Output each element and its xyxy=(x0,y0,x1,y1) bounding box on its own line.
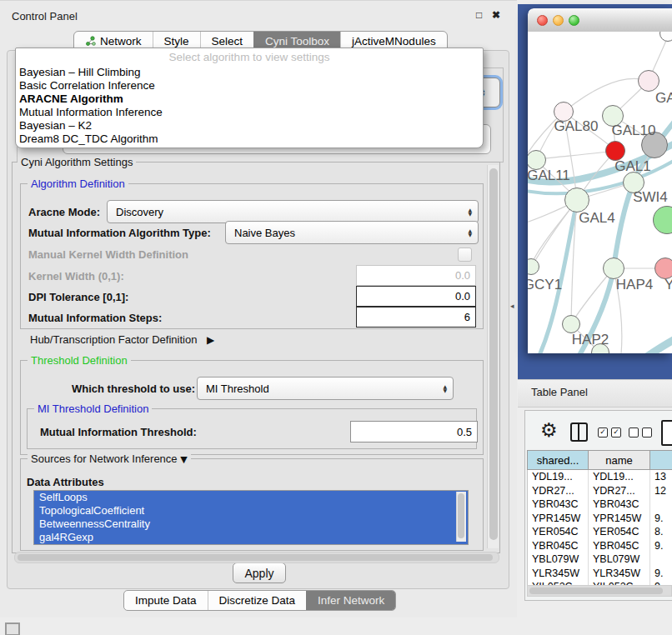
mi-threshold-label: Mutual Information Threshold: xyxy=(40,426,197,438)
restore-window-icon[interactable]: □ xyxy=(476,9,482,21)
new-table-icon[interactable] xyxy=(661,420,672,446)
network-node-hap2[interactable] xyxy=(562,315,580,333)
close-traffic-light-icon[interactable] xyxy=(537,15,548,26)
mi-algorithm-type-select[interactable]: Naive Bayes ▲▼ xyxy=(225,221,479,244)
tab-discretize-data-label: Discretize Data xyxy=(219,594,296,607)
collapse-arrow-icon[interactable]: ▼ xyxy=(180,454,187,465)
mi-threshold-value: 0.5 xyxy=(457,426,472,438)
tab-infer-network[interactable]: Infer Network xyxy=(306,591,395,610)
mi-steps-field[interactable]: 6 xyxy=(356,307,476,328)
network-window-titlebar[interactable] xyxy=(528,8,672,32)
column-header-name[interactable]: name xyxy=(588,450,650,470)
settings-horizontal-scrollbar-thumb[interactable] xyxy=(18,554,493,561)
combo-stepper-icon: ▲▼ xyxy=(468,228,478,238)
gear-icon[interactable]: ⚙ xyxy=(540,420,558,440)
tab-select-label: Select xyxy=(212,35,243,48)
combo-stepper-icon: ▲▼ xyxy=(468,208,478,217)
table-row[interactable]: YER054C YER054C 8. xyxy=(528,525,672,539)
algorithm-definition-title: Algorithm Definition xyxy=(28,178,128,190)
tab-style-label: Style xyxy=(164,35,189,48)
table-row[interactable]: YLR345W YLR345W 9. xyxy=(528,567,672,581)
dpi-tolerance-label: DPI Tolerance [0,1]: xyxy=(28,291,128,303)
table-row[interactable]: YBR045C YBR045C 9. xyxy=(528,539,672,553)
dropdown-item[interactable]: Basic Correlation Inference xyxy=(16,79,483,92)
aracne-mode-value: Discovery xyxy=(116,206,163,218)
table-horizontal-scrollbar[interactable] xyxy=(527,585,672,597)
minimize-traffic-light-icon[interactable] xyxy=(553,15,564,26)
unchecked-box-icon xyxy=(629,428,639,438)
column-header-partial[interactable] xyxy=(649,450,672,470)
which-threshold-select[interactable]: MI Threshold ▲▼ xyxy=(197,377,454,400)
cell-value: 8. xyxy=(650,525,672,539)
table-row[interactable]: YDL19... YDL19... 13 xyxy=(528,470,672,484)
attributes-list-scrollbar[interactable] xyxy=(456,492,466,542)
columns-icon[interactable] xyxy=(570,422,588,442)
combo-stepper-icon: ▲▼ xyxy=(443,384,453,393)
dpi-tolerance-field[interactable]: 0.0 xyxy=(356,286,476,307)
cell-value: 9. xyxy=(650,567,672,581)
tab-impute-data[interactable]: Impute Data xyxy=(124,591,208,610)
cell-name: YDL19... xyxy=(589,470,650,484)
dropdown-item-selected[interactable]: ARACNE Algorithm xyxy=(16,92,483,106)
column-header-shared-name[interactable]: shared... xyxy=(527,450,589,470)
cell-shared-name: YLR345W xyxy=(528,567,589,581)
network-canvas[interactable]: GAL80 GAL10 GAL1 GAL11 SWI4 GAL4 GCY1 HA… xyxy=(528,32,672,353)
dropdown-item[interactable]: Bayesian – Hill Climbing xyxy=(16,66,483,79)
dropdown-item[interactable]: Mutual Information Inference xyxy=(16,106,483,119)
hub-definition-expander[interactable]: Hub/Transcription Factor Definition ▶ xyxy=(30,333,214,346)
cell-shared-name: YDR27... xyxy=(528,484,589,498)
manual-kernel-checkbox[interactable] xyxy=(458,248,472,262)
list-item[interactable]: TopologicalCoefficient xyxy=(34,504,468,518)
dock-panel-icon[interactable] xyxy=(5,622,20,635)
checked-box-icon: ✓ xyxy=(611,428,621,438)
mi-threshold-field[interactable]: 0.5 xyxy=(350,421,478,442)
list-item[interactable]: SelfLoops xyxy=(34,491,468,504)
sources-title-text: Sources for Network Inference xyxy=(31,452,178,465)
data-attributes-list: SelfLoops TopologicalCoefficient Between… xyxy=(33,490,469,545)
network-node-gal4[interactable] xyxy=(564,188,589,212)
node-label: SWI4 xyxy=(633,189,668,206)
sources-title: Sources for Network Inference ▼ xyxy=(28,452,191,465)
node-label: GAL4 xyxy=(579,210,614,227)
settings-vertical-scrollbar[interactable] xyxy=(487,165,499,548)
dropdown-item[interactable]: Dream8 DC_TDC Algorithm xyxy=(16,132,483,146)
list-item[interactable]: gal4RGexp xyxy=(34,531,468,544)
cell-shared-name: YBR045C xyxy=(528,539,589,553)
dpi-tolerance-value: 0.0 xyxy=(455,290,470,302)
node-label: GAL10 xyxy=(612,122,656,139)
cell-shared-name: YBL079W xyxy=(528,552,589,567)
node-label: GAL11 xyxy=(528,168,570,184)
table-row[interactable]: YBR043C YBR043C xyxy=(528,498,672,512)
zoom-traffic-light-icon[interactable] xyxy=(569,15,579,26)
deselect-all-columns-icon[interactable] xyxy=(629,428,652,438)
table-horizontal-scrollbar-thumb[interactable] xyxy=(529,588,663,594)
cell-value xyxy=(650,552,672,567)
expander-arrow-icon: ▶ xyxy=(207,334,214,346)
kernel-width-field[interactable]: 0.0 xyxy=(356,265,476,286)
settings-vertical-scrollbar-thumb[interactable] xyxy=(489,168,498,540)
settings-horizontal-scrollbar[interactable] xyxy=(14,552,499,563)
unchecked-box-icon xyxy=(642,428,652,438)
dropdown-item[interactable]: Bayesian – K2 xyxy=(16,119,483,132)
attributes-list-scrollbar-thumb[interactable] xyxy=(458,493,464,538)
list-item[interactable]: BetweennessCentrality xyxy=(34,518,468,531)
close-window-icon[interactable]: ✖ xyxy=(492,9,500,21)
cell-name: YBR043C xyxy=(589,498,650,512)
table-row[interactable]: YBL079W YBL079W xyxy=(528,552,672,567)
select-all-columns-icon[interactable]: ✓ ✓ xyxy=(598,428,621,438)
algorithm-dropdown-popup: Select algorithm to view settings Bayesi… xyxy=(15,48,484,148)
splitpane-handle-icon[interactable]: ◂ xyxy=(510,302,514,310)
table-row[interactable]: YPR145W YPR145W 9. xyxy=(528,512,672,526)
apply-button[interactable]: Apply xyxy=(233,562,286,583)
cell-value: 9. xyxy=(650,512,672,526)
aracne-mode-select[interactable]: Discovery ▲▼ xyxy=(107,200,479,223)
mi-threshold-definition-title: MI Threshold Definition xyxy=(34,402,152,415)
table-row[interactable]: YDR27... YDR27... 12 xyxy=(528,484,672,498)
cell-value: 9. xyxy=(650,539,672,553)
network-node[interactable] xyxy=(638,70,659,92)
which-threshold-value: MI Threshold xyxy=(206,382,269,395)
cell-shared-name: YBR043C xyxy=(528,498,589,512)
tab-discretize-data[interactable]: Discretize Data xyxy=(208,591,307,610)
table-rows-area: YDL19... YDL19... 13 YDR27... YDR27... 1… xyxy=(527,470,672,585)
kernel-width-label: Kernel Width (0,1): xyxy=(28,270,124,282)
